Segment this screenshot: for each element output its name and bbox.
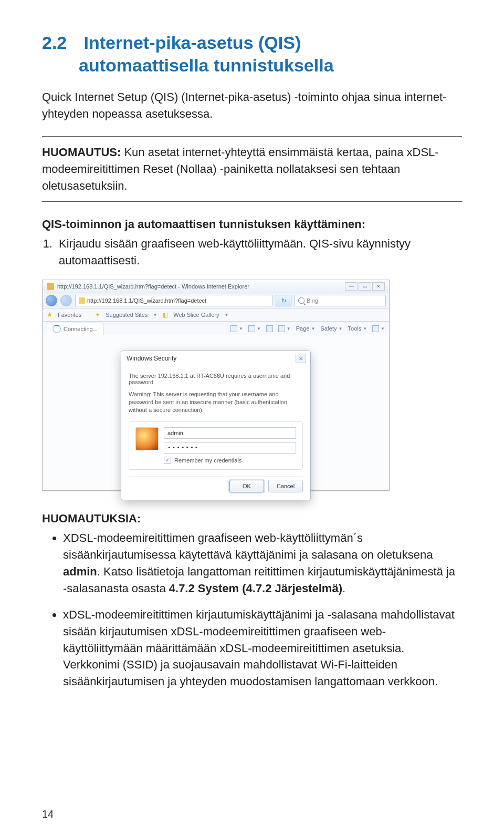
feeds-icon[interactable] <box>248 325 255 332</box>
cancel-button[interactable]: Cancel <box>268 480 303 492</box>
suggested-sites-link[interactable]: Suggested Sites <box>106 312 148 318</box>
favorites-label[interactable]: Favorites <box>58 312 81 318</box>
remember-label: Remember my credentials <box>174 457 242 464</box>
tab-bar: Connecting... ▼ ▼ ▼ Page▼ Safety▼ Tools▼… <box>43 322 389 336</box>
page-number: 14 <box>42 808 54 820</box>
security-dialog: Windows Security ✕ The server 192.168.1.… <box>121 351 311 500</box>
browser-viewport: Windows Security ✕ The server 192.168.1.… <box>43 335 389 490</box>
mail-icon[interactable] <box>266 325 273 332</box>
tools-menu[interactable]: Tools▼ <box>348 325 367 332</box>
section-title-line2: automaattisella tunnistuksella <box>79 55 334 75</box>
browser-titlebar: http://192.168.1.1/QIS_wizard.htm?flag=d… <box>43 280 389 293</box>
browser-tab[interactable]: Connecting... <box>47 323 103 335</box>
url-field[interactable]: http://192.168.1.1/QIS_wizard.htm?flag=d… <box>75 295 272 306</box>
dialog-server-line: The server 192.168.1.1 at RT-AC66U requi… <box>129 373 303 385</box>
search-icon <box>298 297 304 304</box>
dialog-title: Windows Security <box>127 355 176 362</box>
search-field[interactable]: Bing <box>295 295 386 306</box>
home-icon[interactable] <box>230 325 237 332</box>
forward-button[interactable] <box>60 295 72 306</box>
favorites-bar: ★ Favorites ✦ Suggested Sites ▼ ◧ Web Sl… <box>43 308 389 322</box>
close-button[interactable]: ✕ <box>372 282 385 291</box>
ie-icon <box>47 283 54 290</box>
section-number: 2.2 <box>42 32 79 54</box>
note1-ref: 4.7.2 System (4.7.2 Järjestelmä) <box>169 582 342 595</box>
note1-admin: admin <box>63 565 97 578</box>
dialog-close-button[interactable]: ✕ <box>296 354 306 363</box>
help-icon[interactable] <box>372 325 379 332</box>
note-item-1: XDSL-modeemireitittimen graafiseen web-k… <box>63 530 462 597</box>
step-1: Kirjaudu sisään graafiseen web-käyttölii… <box>56 235 462 269</box>
steps-list: Kirjaudu sisään graafiseen web-käyttölii… <box>42 235 462 269</box>
address-bar: http://192.168.1.1/QIS_wizard.htm?flag=d… <box>43 293 389 308</box>
suggested-icon: ✦ <box>95 311 100 318</box>
loading-spinner-icon <box>52 325 61 333</box>
chevron-down-icon[interactable]: ▼ <box>225 313 229 317</box>
dialog-warning: Warning: This server is requesting that … <box>129 390 303 414</box>
favorites-star-icon[interactable]: ★ <box>47 311 52 318</box>
note-item-2: xDSL-modeemireitittimen kirjautumiskäytt… <box>63 606 462 690</box>
window-buttons: — ▭ ✕ <box>345 282 385 291</box>
tab-label: Connecting... <box>64 326 98 332</box>
note1-part-a: XDSL-modeemireitittimen graafiseen web-k… <box>63 531 433 561</box>
print-icon[interactable] <box>278 325 285 332</box>
dialog-body: The server 192.168.1.1 at RT-AC66U requi… <box>121 366 310 500</box>
notes-heading: HUOMAUTUKSIA: <box>42 512 462 526</box>
dialog-titlebar: Windows Security ✕ <box>121 351 310 366</box>
section-heading: 2.2 Internet-pika-asetus (QIS) automaatt… <box>42 32 462 76</box>
user-avatar-icon <box>135 427 159 450</box>
intro-paragraph: Quick Internet Setup (QIS) (Internet-pik… <box>42 89 462 122</box>
username-field[interactable]: admin <box>164 427 296 439</box>
sub-heading: QIS-toiminnon ja automaattisen tunnistuk… <box>42 218 462 231</box>
note1-part-c: . <box>342 582 345 595</box>
safety-menu[interactable]: Safety▼ <box>320 325 342 332</box>
minimize-button[interactable]: — <box>345 282 358 291</box>
credentials-box: admin ••••••• ✓ Remember my credentials <box>129 421 303 470</box>
window-title: http://192.168.1.1/QIS_wizard.htm?flag=d… <box>57 283 342 290</box>
search-placeholder: Bing <box>307 297 318 304</box>
page-icon <box>79 297 85 304</box>
webslice-link[interactable]: Web Slice Gallery <box>173 312 219 318</box>
page-menu[interactable]: Page▼ <box>296 325 316 332</box>
dialog-buttons: OK Cancel <box>129 476 303 492</box>
note-label: HUOMAUTUS: <box>42 146 121 159</box>
back-button[interactable] <box>46 295 57 306</box>
ok-button[interactable]: OK <box>229 480 264 492</box>
command-bar: ▼ ▼ ▼ Page▼ Safety▼ Tools▼ ▼ <box>230 325 385 332</box>
refresh-button[interactable]: ↻ <box>276 295 291 306</box>
section-title-line1: Internet-pika-asetus (QIS) <box>83 33 301 53</box>
remember-checkbox[interactable]: ✓ Remember my credentials <box>164 457 296 464</box>
webslice-icon: ◧ <box>162 311 168 318</box>
note-block: HUOMAUTUS: Kun asetat internet-yhteyttä … <box>42 136 462 202</box>
maximize-button[interactable]: ▭ <box>359 282 371 291</box>
url-text: http://192.168.1.1/QIS_wizard.htm?flag=d… <box>87 297 206 304</box>
password-field[interactable]: ••••••• <box>164 442 296 454</box>
notes-list: XDSL-modeemireitittimen graafiseen web-k… <box>42 530 462 690</box>
chevron-down-icon[interactable]: ▼ <box>153 313 157 317</box>
checkbox-icon: ✓ <box>164 457 171 464</box>
browser-window: http://192.168.1.1/QIS_wizard.htm?flag=d… <box>42 280 390 491</box>
